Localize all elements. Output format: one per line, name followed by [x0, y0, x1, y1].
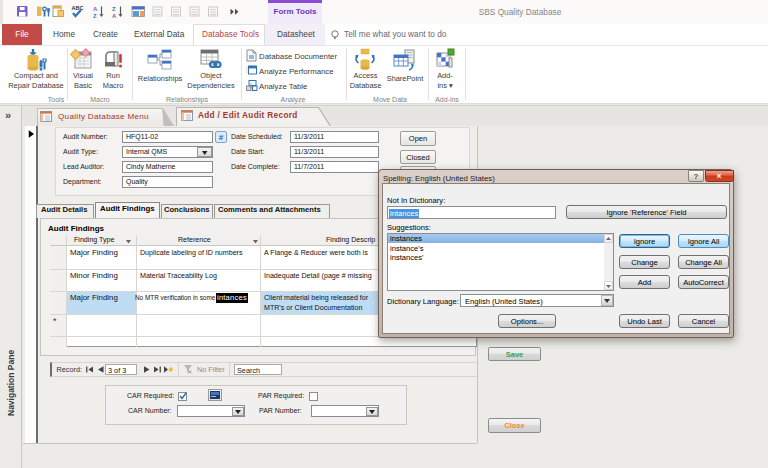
svg-text:A: A — [93, 6, 98, 12]
svg-text:A: A — [112, 13, 117, 19]
svg-text:Z: Z — [93, 13, 97, 19]
svg-text:ABC: ABC — [72, 5, 84, 11]
svg-text:Z: Z — [112, 6, 116, 12]
